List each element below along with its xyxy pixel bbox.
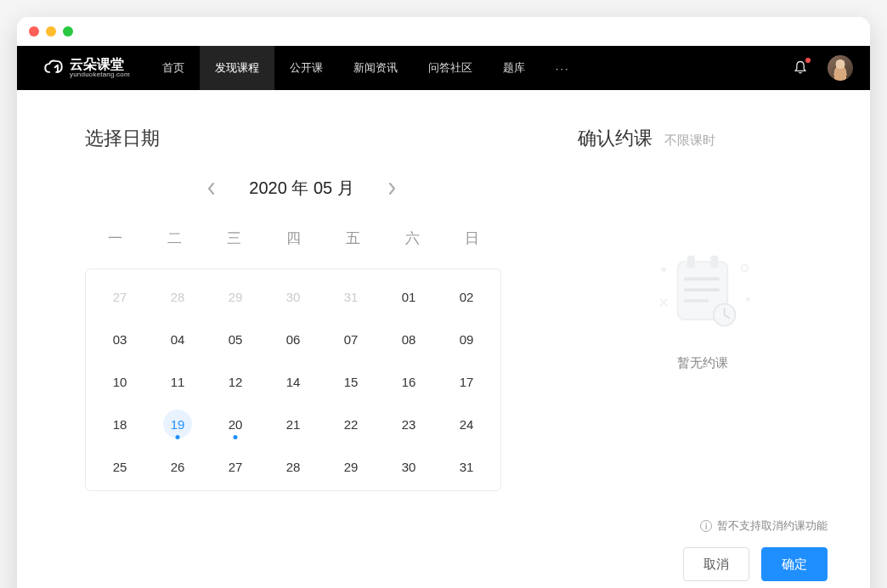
calendar-day[interactable]: 01 (394, 282, 423, 311)
calendar-day[interactable]: 11 (163, 367, 192, 396)
calendar-cell: 28 (264, 449, 322, 483)
calendar-day[interactable]: 14 (279, 367, 308, 396)
calendar-day[interactable]: 25 (105, 452, 134, 481)
nav-item-2[interactable]: 公开课 (274, 46, 338, 90)
calendar-day[interactable]: 20 (221, 410, 250, 438)
window-close-icon[interactable] (29, 26, 39, 37)
window-maximize-icon[interactable] (63, 26, 73, 37)
svg-rect-2 (710, 256, 718, 269)
logo-text: 云朵课堂 yunduoketang.com (70, 58, 130, 78)
calendar-cell: 12 (206, 365, 264, 399)
confirm-footer: i 暂不支持取消约课功能 取消 确定 (578, 518, 828, 581)
calendar-day[interactable]: 27 (105, 282, 134, 311)
calendar-day[interactable]: 09 (452, 325, 481, 353)
notifications-button[interactable] (792, 59, 809, 76)
prev-month-button[interactable] (201, 178, 222, 199)
calendar-cell: 29 (322, 449, 380, 483)
calendar-header: 2020 年 05 月 (85, 177, 518, 200)
calendar-day[interactable]: 12 (221, 367, 250, 396)
calendar-day[interactable]: 31 (336, 282, 365, 311)
calendar-day[interactable]: 02 (452, 282, 481, 311)
calendar-day[interactable]: 28 (163, 282, 192, 311)
calendar-day[interactable]: 30 (394, 452, 423, 481)
calendar-cell: 16 (380, 365, 438, 399)
empty-state: 暂无约课 (578, 245, 828, 371)
confirm-panel: 确认约课 不限课时 (544, 90, 870, 588)
calendar-cell: 11 (149, 365, 206, 399)
calendar-day[interactable]: 05 (221, 325, 250, 353)
logo[interactable]: 云朵课堂 yunduoketang.com (42, 57, 130, 79)
notice: i 暂不支持取消约课功能 (700, 518, 828, 534)
confirm-subtitle: 不限课时 (664, 133, 715, 149)
nav-item-5[interactable]: 题库 (488, 46, 540, 90)
calendar-day[interactable]: 08 (394, 325, 423, 353)
nav-more-button[interactable]: ··· (540, 62, 585, 75)
logo-main: 云朵课堂 (70, 58, 130, 71)
calendar-cell: 05 (206, 322, 264, 356)
calendar-day[interactable]: 15 (336, 367, 365, 396)
calendar-day[interactable]: 10 (105, 367, 134, 396)
app-window: 云朵课堂 yunduoketang.com 首页发现课程公开课新闻资讯问答社区题… (17, 17, 870, 588)
calendar-day[interactable]: 16 (394, 367, 423, 396)
cancel-button[interactable]: 取消 (683, 547, 749, 581)
calendar-cell: 03 (91, 322, 149, 356)
calendar-cell: 14 (264, 365, 322, 399)
nav-item-3[interactable]: 新闻资讯 (338, 46, 413, 90)
calendar-day[interactable]: 27 (221, 452, 250, 481)
logo-icon (42, 57, 65, 79)
calendar-cell: 23 (380, 407, 438, 441)
nav-item-0[interactable]: 首页 (147, 46, 200, 90)
calendar-cell: 02 (438, 280, 495, 314)
window-minimize-icon[interactable] (46, 26, 56, 37)
info-icon: i (700, 520, 712, 532)
svg-point-9 (746, 297, 750, 302)
calendar-cell: 08 (380, 322, 438, 356)
next-month-button[interactable] (381, 178, 402, 199)
nav-item-1[interactable]: 发现课程 (200, 46, 274, 90)
empty-text: 暂无约课 (677, 355, 728, 371)
calendar-cell: 10 (91, 365, 149, 399)
calendar-day[interactable]: 06 (279, 325, 308, 353)
chevron-left-icon (206, 182, 217, 195)
calendar-cell: 28 (149, 280, 206, 314)
content: 选择日期 2020 年 05 月 一二三四五六日 272829303101020… (17, 90, 870, 588)
confirm-button[interactable]: 确定 (761, 547, 828, 581)
top-nav: 云朵课堂 yunduoketang.com 首页发现课程公开课新闻资讯问答社区题… (17, 46, 870, 90)
weekday-label: 二 (144, 223, 204, 253)
calendar-day[interactable]: 03 (105, 325, 134, 353)
calendar-day[interactable]: 23 (394, 410, 423, 438)
weekday-label: 三 (204, 223, 263, 253)
notice-text: 暂不支持取消约课功能 (717, 518, 828, 534)
confirm-title: 确认约课 (578, 126, 653, 151)
empty-illustration-icon (639, 245, 766, 338)
svg-point-7 (661, 268, 666, 273)
calendar-cell: 01 (380, 280, 438, 314)
calendar-cell: 21 (264, 407, 322, 441)
svg-rect-1 (687, 256, 695, 269)
logo-sub: yunduoketang.com (70, 71, 130, 78)
calendar-day[interactable]: 24 (452, 410, 481, 438)
date-panel-title: 选择日期 (85, 126, 518, 151)
avatar[interactable] (828, 55, 853, 81)
calendar-weekdays: 一二三四五六日 (85, 223, 501, 253)
calendar-cell: 31 (438, 449, 495, 483)
calendar-day[interactable]: 19 (163, 410, 192, 438)
calendar-day[interactable]: 17 (452, 367, 481, 396)
calendar-day[interactable]: 21 (279, 410, 308, 438)
calendar-cell: 19 (149, 407, 206, 441)
calendar-day[interactable]: 18 (105, 410, 134, 438)
calendar-day[interactable]: 28 (279, 452, 308, 481)
nav-item-4[interactable]: 问答社区 (413, 46, 488, 90)
calendar-day[interactable]: 29 (336, 452, 365, 481)
calendar-day[interactable]: 07 (336, 325, 365, 353)
calendar-day[interactable]: 31 (452, 452, 481, 481)
weekday-label: 五 (323, 223, 382, 253)
calendar-month-label: 2020 年 05 月 (249, 177, 353, 200)
calendar-day[interactable]: 04 (163, 325, 192, 353)
calendar-day[interactable]: 26 (163, 452, 192, 481)
chevron-right-icon (387, 182, 397, 195)
calendar-day[interactable]: 22 (336, 410, 365, 438)
window-titlebar (17, 17, 870, 46)
calendar-day[interactable]: 30 (279, 282, 308, 311)
calendar-day[interactable]: 29 (221, 282, 250, 311)
